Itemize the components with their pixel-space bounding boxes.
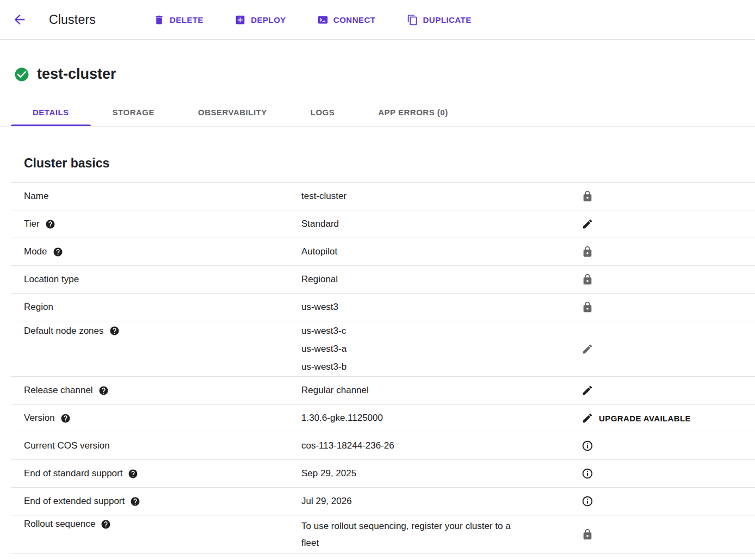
- row-value-line: us-west3-a: [301, 340, 576, 358]
- row-value-line: Sep 29, 2025: [301, 467, 576, 480]
- detail-row: Location typeRegional: [11, 265, 755, 293]
- row-label: Mode: [24, 245, 47, 258]
- cluster-name: test-cluster: [37, 66, 116, 83]
- row-action-cell: [576, 343, 593, 355]
- detail-row: Regionus-west3: [11, 293, 755, 321]
- row-action-cell: [576, 273, 593, 285]
- row-value-line: Standard: [301, 217, 576, 231]
- detail-row: Default node zonesus-west3-cus-west3-aus…: [11, 321, 755, 376]
- row-label: Release channel: [24, 384, 93, 397]
- info-icon[interactable]: [581, 468, 593, 480]
- row-value-line: test-cluster: [301, 190, 576, 203]
- row-value: To use rollout sequencing, register your…: [301, 518, 576, 551]
- row-label: Location type: [24, 273, 79, 286]
- tabs: DETAILSSTORAGEOBSERVABILITYLOGSAPP ERROR…: [0, 98, 755, 127]
- delete-button[interactable]: DELETE: [153, 14, 203, 26]
- row-value: us-west3: [301, 301, 576, 314]
- arrow-back-icon: [12, 12, 27, 27]
- cluster-header: test-cluster: [0, 40, 755, 83]
- edit-icon[interactable]: [581, 412, 593, 424]
- row-value: Standard: [301, 217, 576, 231]
- detail-row: End of extended supportJul 29, 2026: [11, 487, 755, 515]
- edit-icon[interactable]: [581, 384, 593, 396]
- tab-observability[interactable]: OBSERVABILITY: [176, 98, 289, 126]
- detail-row: End of standard supportSep 29, 2025: [11, 459, 755, 487]
- row-action-cell: UPGRADE AVAILABLE: [576, 412, 691, 424]
- row-label-cell: End of standard support: [11, 467, 301, 480]
- row-value: Jul 29, 2026: [301, 495, 576, 508]
- help-icon[interactable]: [60, 413, 71, 424]
- row-value: Sep 29, 2025: [301, 467, 576, 480]
- row-value-line: Regular channel: [301, 384, 576, 397]
- check-circle-icon: [14, 66, 30, 83]
- row-label-cell: Default node zones: [11, 322, 301, 340]
- header: Clusters DELETE DEPLOY CONNECT DUPLICATE: [0, 0, 755, 40]
- row-label-cell: Mode: [11, 245, 301, 258]
- help-icon[interactable]: [98, 385, 109, 396]
- header-actions: DELETE DEPLOY CONNECT DUPLICATE: [153, 14, 472, 26]
- duplicate-button[interactable]: DUPLICATE: [407, 14, 472, 26]
- row-value-line: us-west3-b: [301, 358, 576, 376]
- help-icon[interactable]: [45, 219, 55, 229]
- help-icon[interactable]: [128, 469, 138, 479]
- edit-icon[interactable]: [581, 218, 593, 230]
- page-title: Clusters: [49, 13, 96, 27]
- detail-row: Nametest-cluster: [11, 182, 755, 210]
- row-label-cell: Name: [11, 190, 301, 203]
- back-button[interactable]: [9, 9, 30, 30]
- row-label-cell: Current COS version: [11, 439, 301, 452]
- row-label: Tier: [24, 217, 40, 231]
- info-icon[interactable]: [581, 440, 593, 452]
- terminal-icon: [317, 14, 329, 26]
- row-label-cell: Release channel: [11, 384, 301, 397]
- duplicate-button-label: DUPLICATE: [423, 15, 472, 24]
- row-action-cell: [576, 246, 593, 258]
- row-action-cell: [576, 190, 593, 202]
- row-value-line: Autopilot: [301, 245, 576, 258]
- row-action-cell: [576, 301, 593, 313]
- help-icon[interactable]: [101, 519, 111, 530]
- row-value-line: To use rollout sequencing, register your…: [301, 518, 513, 551]
- row-value: Autopilot: [301, 245, 576, 258]
- row-value-line: us-west3-c: [301, 322, 576, 340]
- row-label: Version: [24, 412, 55, 425]
- lock-icon: [581, 273, 593, 285]
- row-label-cell: End of extended support: [11, 495, 301, 508]
- tab-storage[interactable]: STORAGE: [91, 98, 176, 126]
- row-label: Name: [24, 190, 48, 203]
- row-value: test-cluster: [301, 190, 576, 203]
- row-action-cell: [576, 218, 593, 230]
- row-label-cell: Rollout sequence: [11, 518, 301, 531]
- section-title: Cluster basics: [24, 156, 755, 171]
- upgrade-available-button[interactable]: UPGRADE AVAILABLE: [599, 414, 691, 423]
- lock-icon: [581, 190, 593, 202]
- help-icon[interactable]: [53, 247, 63, 257]
- row-value: Regular channel: [301, 384, 576, 397]
- help-icon[interactable]: [130, 496, 140, 507]
- row-label: Region: [24, 301, 53, 314]
- copy-icon: [407, 14, 418, 26]
- help-icon[interactable]: [109, 326, 120, 336]
- row-value-line: us-west3: [301, 301, 576, 314]
- tab-details[interactable]: DETAILS: [11, 98, 91, 126]
- row-action-cell: [576, 468, 593, 480]
- tab-app-errors-0[interactable]: APP ERRORS (0): [356, 98, 469, 126]
- info-icon[interactable]: [581, 495, 593, 507]
- lock-icon: [581, 301, 593, 313]
- row-label-cell: Version: [11, 412, 301, 425]
- detail-row: Current COS versioncos-113-18244-236-26: [11, 432, 755, 459]
- row-value-line: cos-113-18244-236-26: [301, 439, 576, 452]
- row-label-cell: Region: [11, 301, 301, 314]
- cluster-basics-table: Nametest-clusterTierStandardModeAutopilo…: [11, 182, 755, 554]
- trash-icon: [153, 14, 165, 26]
- delete-button-label: DELETE: [170, 15, 203, 24]
- deploy-button[interactable]: DEPLOY: [234, 14, 286, 26]
- detail-row: Release channelRegular channel: [11, 376, 755, 404]
- tab-logs[interactable]: LOGS: [289, 98, 357, 126]
- add-box-icon: [234, 14, 246, 26]
- row-action-cell: [576, 495, 593, 507]
- lock-icon: [581, 246, 593, 258]
- connect-button[interactable]: CONNECT: [317, 14, 376, 26]
- row-value: us-west3-cus-west3-aus-west3-b: [301, 322, 576, 376]
- row-value: cos-113-18244-236-26: [301, 439, 576, 452]
